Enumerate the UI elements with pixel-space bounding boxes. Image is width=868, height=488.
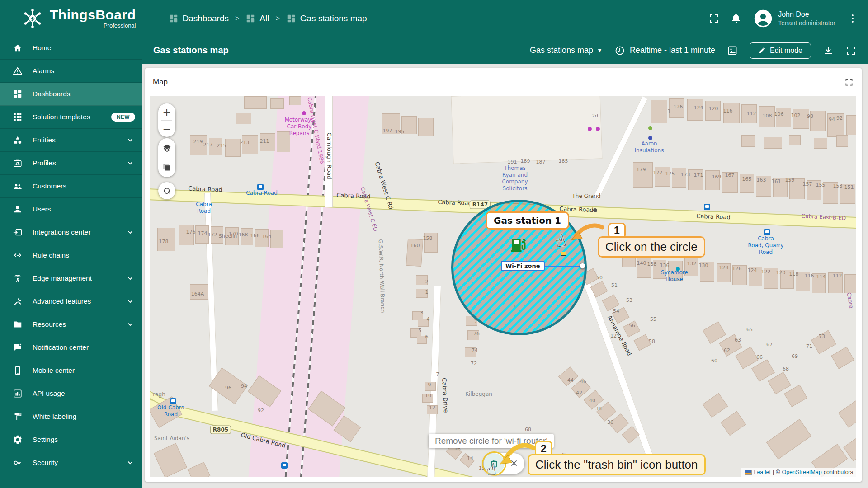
sidebar-item-advanced-features[interactable]: Advanced features <box>0 290 142 313</box>
house-number-label: 189 <box>521 158 530 164</box>
house-number-label: 160 <box>410 243 420 249</box>
breadcrumb-item-gas-stations-map[interactable]: Gas stations map <box>286 14 367 23</box>
sidebar-item-solution-templates[interactable]: Solution templatesNEW <box>0 106 142 129</box>
thingsboard-logo[interactable]: ThingsBoard Professional <box>21 7 136 30</box>
house-number-label: 51 <box>611 282 618 289</box>
circle-resize-handle[interactable] <box>580 263 585 269</box>
house-number-label: 219 <box>193 139 203 145</box>
user-menu[interactable]: John Doe Tenant administrator <box>754 9 835 28</box>
image-gallery-icon[interactable] <box>727 45 738 56</box>
timewindow-button[interactable]: Realtime - last 1 minute <box>614 45 715 56</box>
sidebar-item-label: White labeling <box>33 413 76 421</box>
map-building <box>789 135 801 145</box>
wifi-zone-label[interactable]: Wi-Fi zone <box>501 261 545 271</box>
road-name-label: Carnlough Road <box>326 132 333 179</box>
map-building <box>154 443 187 477</box>
edit-mode-button[interactable]: Edit mode <box>750 42 811 59</box>
sidebar-item-dashboards[interactable]: Dashboards <box>0 83 142 106</box>
more-menu-icon[interactable] <box>847 13 858 24</box>
sidebar-item-resources[interactable]: Resources <box>0 313 142 336</box>
dashboards-icon <box>169 14 179 23</box>
breadcrumb-item-dashboards[interactable]: Dashboards <box>169 14 229 23</box>
leaflet-link[interactable]: Leaflet <box>754 469 771 475</box>
sidebar-item-entities[interactable]: Entities <box>0 129 142 152</box>
house-number-label: 9 <box>428 382 431 388</box>
sidebar-item-label: Entities <box>33 136 56 144</box>
house-number-label: 136 <box>660 263 670 269</box>
notifications-bell-icon[interactable] <box>731 13 742 24</box>
breadcrumb-item-all[interactable]: All <box>245 14 269 23</box>
dashboards-icon <box>286 14 296 23</box>
house-number-label: 211 <box>260 138 269 145</box>
house-number-label: 112 <box>747 111 756 117</box>
sidebar-item-integrations-center[interactable]: Integrations center <box>0 221 142 244</box>
leaflet-map[interactable]: + − Gas station 1 <box>150 96 856 477</box>
map-building <box>225 139 241 157</box>
sidebar-item-white-labeling[interactable]: White labeling <box>0 405 142 428</box>
zoom-out-button[interactable]: − <box>158 121 175 137</box>
sidebar-item-notification-center[interactable]: Notification center <box>0 336 142 359</box>
map-building <box>418 118 434 136</box>
sidebar-item-label: API usage <box>33 389 65 398</box>
map-style-icon[interactable] <box>158 158 175 177</box>
sidebar-item-label: Settings <box>33 436 58 444</box>
pointer-cursor-cuff <box>561 252 566 256</box>
house-number-label: 63 <box>735 337 741 343</box>
zoom-in-button[interactable]: + <box>158 103 175 120</box>
sidebar-item-users[interactable]: Users <box>0 198 142 221</box>
house-number-label: 112 <box>833 273 842 279</box>
railway-track <box>283 96 317 477</box>
house-number-label: 159 <box>785 177 795 183</box>
pub-poi-label: The Grand <box>572 193 601 200</box>
admin-boundary-label: Cabra <box>845 292 855 309</box>
sidebar-item-label: Dashboards <box>33 90 71 98</box>
house-number-label: 179 <box>637 167 646 173</box>
map-building <box>838 397 856 427</box>
house-number-label: 126 <box>732 266 742 272</box>
house-number-label: 14 <box>467 455 473 462</box>
sidebar-item-home[interactable]: Home <box>0 37 142 60</box>
house-number-label: 217 <box>203 142 213 148</box>
sidebar-item-mobile-center[interactable]: Mobile center <box>0 359 142 382</box>
sidebar-item-label: Home <box>33 44 51 52</box>
sidebar-item-edge-management[interactable]: Edge management <box>0 267 142 290</box>
sidebar-item-api-usage[interactable]: API usage <box>0 382 142 405</box>
expand-dashboard-icon[interactable] <box>845 45 856 56</box>
house-number-label: 151 <box>844 184 854 191</box>
gear-icon <box>13 435 23 445</box>
poi-dot-icon <box>648 136 652 140</box>
sidebar-item-security[interactable]: Security <box>0 451 142 474</box>
bus-stop-label: Old Cabra Road <box>157 404 184 418</box>
fullscreen-icon[interactable] <box>708 13 719 24</box>
route-ref-badge: R805 <box>210 426 231 434</box>
house-number-label: 56 <box>629 323 635 329</box>
dashboard-state-selector[interactable]: Gas stations map ▼ <box>530 46 603 55</box>
sidebar-item-profiles[interactable]: Profiles <box>0 152 142 175</box>
map-layers-icon[interactable] <box>158 138 175 158</box>
notification-icon <box>13 343 23 352</box>
sidebar-item-settings[interactable]: Settings <box>0 428 142 451</box>
state-label: Gas stations map <box>530 46 593 55</box>
attrib-suffix: contributors <box>824 469 853 475</box>
ukraine-flag-icon <box>745 470 752 475</box>
gas-pump-icon[interactable] <box>509 235 529 254</box>
house-number-label: 130 <box>699 263 708 269</box>
draw-circle-icon[interactable] <box>158 182 175 199</box>
sidebar-item-alarms[interactable]: Alarms <box>0 60 142 83</box>
house-number-label: 172 <box>208 232 217 238</box>
sidebar-item-customers[interactable]: Customers <box>0 175 142 198</box>
poi-dot-icon <box>593 208 597 212</box>
map-building <box>289 96 301 105</box>
osm-link[interactable]: OpenStreetMap <box>782 469 821 475</box>
pencil-icon <box>758 47 766 54</box>
house-number-label: 108 <box>763 113 772 119</box>
house-number-label: 128 <box>719 265 729 271</box>
clock-icon <box>614 45 625 56</box>
road-name-label: Cabra Road <box>188 185 222 194</box>
download-icon[interactable] <box>823 45 834 56</box>
house-number-label: 53 <box>626 297 632 304</box>
widget-expand-icon[interactable] <box>844 78 854 87</box>
gas-station-marker-label[interactable]: Gas station 1 <box>486 211 569 230</box>
sidebar-item-rule-chains[interactable]: Rule chains <box>0 244 142 267</box>
dashboards-icon <box>245 14 255 23</box>
